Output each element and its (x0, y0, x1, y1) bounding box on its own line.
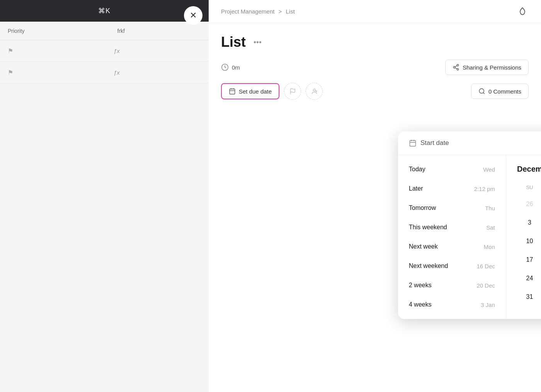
date-picker-header: Start date (398, 131, 541, 155)
quick-select-item[interactable]: TodayWed (398, 160, 506, 179)
share-icon (453, 64, 459, 71)
calendar-month-year: December 2023 (517, 165, 541, 174)
svg-point-2 (454, 66, 456, 68)
sharing-btn-label: Sharing & Permissions (463, 64, 521, 71)
left-panel-content: Priority frkf ⚑ ƒx ⚑ ƒx (0, 22, 209, 392)
svg-point-11 (313, 89, 315, 91)
quick-select-item[interactable]: TomorrowThu (398, 198, 506, 218)
quick-item-label: Next weekend (409, 262, 448, 269)
comments-btn-label: 0 Comments (488, 88, 521, 95)
breadcrumb-separator: > (279, 8, 282, 15)
quick-select-list: TodayWedLater2:12 pmTomorrowThuThis week… (398, 155, 506, 319)
quick-item-label: 4 weeks (409, 301, 432, 308)
left-panel: ⌘K ✕ Priority frkf ⚑ ƒx ⚑ ƒx (0, 0, 209, 392)
start-date-label: Start date (420, 139, 449, 147)
table-row: ⚑ ƒx (0, 62, 209, 84)
frkf-column-header: frkf (117, 28, 125, 34)
quick-select-item[interactable]: Next weekend16 Dec (398, 256, 506, 276)
quick-item-date: 3 Jan (481, 302, 495, 308)
quick-item-date: Thu (485, 205, 495, 211)
top-bar: Project Management > List (209, 0, 541, 23)
calendar-day[interactable]: 17 (521, 251, 538, 268)
quick-item-label: Next week (409, 243, 438, 250)
quick-item-label: This weekend (409, 224, 447, 231)
more-options-button[interactable]: ••• (250, 36, 265, 48)
flag-button[interactable] (284, 83, 301, 100)
quick-item-date: Mon (484, 244, 495, 250)
calendar-nav: December 2023 Today ‹ › (517, 163, 541, 175)
calendar-day[interactable]: 3 (521, 214, 538, 231)
quick-item-label: Tomorrow (409, 205, 436, 211)
right-panel: Project Management > List List ••• 0m (209, 0, 541, 392)
quick-item-date: 2:12 pm (474, 186, 495, 192)
days-header: SUMOTUWETHFRSA (517, 183, 541, 192)
start-date-header: Start date (398, 131, 541, 155)
cmd-k-label: ⌘K (98, 7, 111, 15)
svg-point-1 (457, 65, 459, 66)
assign-button[interactable] (306, 83, 323, 100)
close-icon: ✕ (190, 10, 197, 20)
breadcrumb-part2: List (286, 8, 295, 15)
svg-point-14 (479, 89, 484, 93)
quick-item-label: Later (409, 185, 423, 192)
priority-column-header: Priority (8, 28, 25, 34)
quick-select-item[interactable]: Next weekMon (398, 237, 506, 256)
quick-item-date: Wed (483, 166, 495, 173)
toolbar: Set due date 0 (209, 78, 541, 104)
table-header: Priority frkf (0, 22, 209, 40)
table-rows: ⚑ ƒx ⚑ ƒx (0, 40, 209, 84)
calendar-day[interactable]: 10 (521, 233, 538, 250)
svg-line-5 (455, 66, 457, 67)
close-button[interactable]: ✕ (184, 6, 202, 25)
set-due-date-button[interactable]: Set due date (221, 83, 279, 99)
flag-icon: ⚑ (8, 47, 13, 55)
fx-label: ƒx (114, 69, 120, 76)
comments-button[interactable]: 0 Comments (471, 84, 529, 99)
day-header: SU (517, 183, 541, 192)
calendar-grid: SUMOTUWETHFRSA 2627282930123456789101112… (517, 183, 541, 305)
quick-item-date: 20 Dec (476, 282, 495, 289)
flag-icon (289, 88, 296, 95)
page-title: List (221, 34, 246, 50)
calendar-start-icon (409, 139, 417, 147)
calendar: December 2023 Today ‹ › SUMOTUWETHFRSA 2… (506, 155, 541, 319)
quick-select-item[interactable]: Later2:12 pm (398, 179, 506, 198)
time-display: 0m (221, 63, 240, 71)
table-row: ⚑ ƒx (0, 40, 209, 62)
calendar-dates: 2627282930123456789101112131415161718192… (517, 196, 541, 305)
svg-point-3 (457, 68, 459, 70)
calendar-day[interactable]: 31 (521, 288, 538, 305)
time-value: 0m (232, 64, 240, 71)
quick-select-item[interactable]: This weekendSat (398, 218, 506, 237)
quick-select-item[interactable]: 4 weeks3 Jan (398, 295, 506, 314)
flag-icon: ⚑ (8, 69, 13, 76)
calendar-icon (229, 88, 236, 95)
notification-icon[interactable] (516, 5, 529, 18)
cmd-k-bar: ⌘K (0, 0, 209, 22)
calendar-day[interactable]: 26 (521, 196, 538, 213)
action-bar: 0m Sharing & Permissions (209, 56, 541, 78)
quick-item-label: Today (409, 166, 425, 173)
fx-label: ƒx (114, 48, 120, 54)
sharing-permissions-button[interactable]: Sharing & Permissions (445, 60, 529, 75)
date-picker-dropdown: Start date TodayWedLater2:12 pmTomorrowT… (398, 131, 541, 319)
page-header: List ••• (209, 23, 541, 56)
svg-rect-6 (230, 89, 235, 94)
date-picker-body: TodayWedLater2:12 pmTomorrowThuThis week… (398, 155, 541, 319)
quick-select-item[interactable]: 2 weeks20 Dec (398, 276, 506, 295)
user-plus-icon (311, 88, 318, 95)
set-due-date-label: Set due date (239, 88, 272, 95)
comment-icon (478, 88, 485, 95)
quick-item-label: 2 weeks (409, 282, 432, 289)
breadcrumb-part1: Project Management (221, 8, 274, 15)
calendar-day[interactable]: 24 (521, 270, 538, 287)
quick-item-date: 16 Dec (476, 263, 495, 269)
svg-line-4 (455, 68, 457, 69)
quick-item-date: Sat (486, 224, 495, 231)
svg-rect-16 (410, 140, 416, 146)
clock-icon (221, 63, 229, 71)
toolbar-left: Set due date (221, 83, 323, 100)
svg-line-15 (483, 92, 484, 94)
breadcrumb: Project Management > List (221, 8, 295, 15)
